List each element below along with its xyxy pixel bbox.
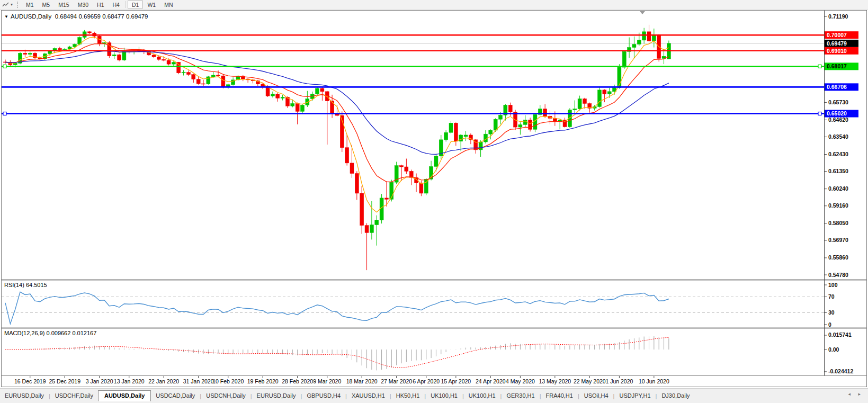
candle-body [301,105,305,111]
candle-body [350,163,354,174]
rsi-axis-label: 0 [828,321,831,328]
hline-handle[interactable] [3,65,6,68]
candle-body [221,76,225,87]
date-axis-label: 31 Jan 2020 [183,378,214,384]
candle-body [152,55,156,57]
price-axis-label: 0.62430 [828,151,848,157]
candle-body [211,75,215,77]
date-axis-label: 19 Feb 2020 [247,378,279,384]
candle-body [384,198,388,199]
rsi-axis-label: 100 [828,282,838,288]
candle-body [112,55,116,56]
candle-body [622,51,626,67]
chart-shift-marker-icon[interactable] [640,11,645,14]
candle-body [23,53,27,54]
candle-body [598,90,602,107]
candle-body [271,94,274,96]
price-axis-label: 0.65730 [828,99,848,105]
date-axis-label: 27 Mar 2020 [381,378,412,384]
candle-body [345,148,349,163]
hline-handle[interactable] [818,112,821,115]
price-axis-label: 0.56970 [828,237,848,243]
chart-title-symbol: AUDUSD,Daily [11,13,51,20]
candle-body [484,134,487,142]
candle-body [320,88,324,92]
candle-body [652,35,656,41]
date-axis-label: 10 Feb 2020 [212,378,244,384]
candle-body [518,124,522,127]
candle-body [642,32,646,40]
chart-canvas[interactable]: 0.711900.679200.657300.646200.635400.624… [0,0,868,403]
candle-body [543,109,547,117]
rsi-axis-label: 70 [828,293,835,300]
price-axis-label: 0.59160 [828,202,848,209]
price-axis-label: 0.55860 [828,254,848,261]
candle-body [296,103,299,111]
macd-axis-label: 0.015741 [828,332,852,338]
candle-body [217,75,220,76]
price-axis-label: 0.71190 [828,13,848,20]
macd-indicator-label: MACD(12,26,9) 0.009662 0.012167 [4,330,96,336]
rsi-axis-label: 30 [828,309,835,316]
candle-body [419,183,423,193]
chart-dropdown-icon: ▼ [4,14,8,19]
candle-body [489,130,493,134]
candle-body [196,79,200,84]
candle-body [316,88,319,94]
date-axis-label: 15 Apr 2020 [441,378,471,384]
candle-body [118,55,121,60]
candle-body [365,226,369,233]
candle-body [459,135,463,141]
candle-body [499,115,503,119]
candle-body [162,59,166,60]
candle-body [647,32,651,41]
candle-body [637,40,641,44]
date-axis-label: 6 Apr 2020 [413,378,440,384]
candle-body [449,123,453,132]
candle-body [523,120,527,124]
rsi-indicator-label: RSI(14) 64.5015 [4,282,47,288]
candle-body [405,167,408,171]
candle-body [360,193,364,226]
price-axis-label: 0.60240 [828,185,848,192]
hline-handle[interactable] [818,65,821,68]
price-badge-label: 0.69479 [827,40,847,47]
price-axis-label: 0.64620 [828,117,848,123]
date-axis-label: 16 Dec 2019 [14,378,46,384]
candle-body [578,99,581,109]
candle-body [202,84,205,84]
candle-body [87,32,91,33]
candle-body [172,62,175,65]
candle-body [291,103,294,106]
candle-body [533,114,537,129]
chart-title: ▼AUDUSD,Daily 0.68494 0.69659 0.68477 0.… [4,13,148,20]
candle-body [494,119,497,130]
candle-body [400,166,404,167]
candle-body [370,225,373,232]
candle-body [434,156,438,167]
candle-body [63,49,67,50]
hline-handle[interactable] [3,112,6,115]
price-badge-label: 0.66706 [827,84,847,90]
date-axis-label: 9 Mar 2020 [313,378,341,384]
price-badge-label: 0.68017 [827,63,847,69]
date-axis-label: 13 Jan 2020 [114,378,145,384]
candle-body [454,123,458,141]
date-axis-label: 3 Jan 2020 [86,378,113,384]
date-axis-label: 24 Apr 2020 [476,378,506,384]
price-badge-label: 0.69010 [827,48,847,54]
candle-body [330,101,334,114]
price-axis-label: 0.54780 [828,272,848,278]
candle-body [444,132,448,140]
date-axis-label: 25 Dec 2019 [49,378,80,384]
candle-body [182,73,185,73]
price-badge-label: 0.70007 [827,32,847,38]
date-axis-label: 4 May 2020 [506,378,535,384]
date-axis-label: 1 Jun 2020 [605,378,633,384]
candle-body [375,220,379,225]
price-axis-label: 0.58050 [828,220,848,226]
candle-body [583,99,586,104]
chart-title-ohlc: 0.68494 0.69659 0.68477 0.69479 [55,13,148,20]
candle-body [28,53,32,54]
candle-body [157,57,160,59]
